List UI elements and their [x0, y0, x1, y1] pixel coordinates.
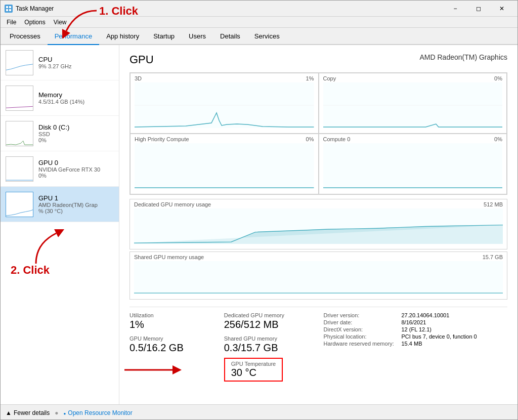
svg-rect-8: [135, 143, 314, 189]
chart-shared-max: 15.7 GB: [483, 254, 503, 260]
main-layout: CPU 9% 3.27 GHz Memory 4.5/31.4 GB (14%): [1, 45, 517, 404]
sidebar-item-gpu0[interactable]: GPU 0 NVIDIA GeForce RTX 30 0%: [1, 151, 119, 187]
tab-users[interactable]: Users: [182, 28, 213, 45]
cpu-sub: 9% 3.27 GHz: [38, 63, 114, 69]
disk-pct: 0%: [38, 137, 114, 143]
tab-app-history[interactable]: App history: [99, 28, 146, 45]
driver-date-key: Driver date:: [324, 319, 400, 325]
temp-label: GPU Temperature: [231, 361, 276, 367]
gpu-header: GPU AMD Radeon(TM) Graphics: [130, 53, 507, 66]
chart-3d-header: 3D 1%: [135, 75, 314, 81]
bottom-bar: ▲ Fewer details ● Open Resource Monitor: [1, 404, 517, 420]
hw-reserved-val: 15.4 MB: [402, 341, 422, 347]
location-key: Physical location:: [324, 333, 400, 340]
disk-sub: SSD: [38, 131, 114, 137]
gpu-mem-value: 0.5/16.2 GB: [130, 342, 220, 354]
stats-area: Utilization 1% GPU Memory 0.5/16.2 GB De…: [130, 307, 507, 382]
sidebar-item-cpu[interactable]: CPU 9% 3.27 GHz: [1, 45, 119, 80]
chart-high-priority-pct: 0%: [306, 136, 314, 142]
menu-view[interactable]: View: [50, 17, 71, 27]
fewer-details-label: Fewer details: [14, 409, 50, 416]
tab-bar: Processes Performance App history Startu…: [1, 28, 517, 45]
dedicated-mem-value: 256/512 MB: [224, 318, 315, 330]
gpu0-title: GPU 0: [38, 159, 114, 166]
gpu0-graph: [6, 156, 33, 182]
sidebar-item-gpu1[interactable]: GPU 1 AMD Radeon(TM) Grap % (30 °C): [1, 187, 119, 222]
stat-utilization-group: Utilization 1% GPU Memory 0.5/16.2 GB: [130, 312, 224, 382]
location-val: PCI bus 7, device 0, function 0: [402, 333, 477, 340]
chart-3d: 3D 1%: [130, 73, 319, 134]
menu-file[interactable]: File: [3, 17, 20, 27]
maximize-button[interactable]: ◻: [467, 1, 490, 17]
sidebar: CPU 9% 3.27 GHz Memory 4.5/31.4 GB (14%): [1, 45, 119, 404]
chart-compute0: Compute 0 0%: [319, 134, 507, 194]
svg-rect-11: [134, 261, 503, 294]
minimize-button[interactable]: −: [444, 1, 467, 17]
gpu-model: AMD Radeon(TM) Graphics: [420, 53, 508, 61]
window-controls: − ◻ ✕: [444, 1, 513, 17]
chart-high-priority: High Priority Compute 0%: [130, 134, 319, 194]
sidebar-item-memory[interactable]: Memory 4.5/31.4 GB (14%): [1, 80, 119, 116]
memory-graph: [6, 86, 33, 111]
dedicated-mem-label: Dedicated GPU memory: [224, 312, 315, 318]
stat-memory-group: Dedicated GPU memory 256/512 MB Shared G…: [224, 312, 319, 382]
menu-bar: File Options View: [1, 17, 517, 28]
directx-key: DirectX version:: [324, 326, 400, 332]
gpu1-pct: % (30 °C): [38, 208, 114, 214]
shared-mem-value: 0.3/15.7 GB: [224, 342, 315, 354]
fewer-details-button[interactable]: ▲ Fewer details: [6, 409, 50, 416]
menu-options[interactable]: Options: [20, 17, 49, 27]
chart-copy-canvas: [323, 82, 503, 128]
gpu0-pct: 0%: [38, 173, 114, 179]
sidebar-item-disk[interactable]: Disk 0 (C:) SSD 0%: [1, 116, 119, 151]
directx-val: 12 (FL 12.1): [402, 326, 432, 332]
chart-high-priority-canvas: [135, 143, 314, 189]
chart-dedicated-label: Dedicated GPU memory usage: [134, 201, 211, 207]
tab-details[interactable]: Details: [213, 28, 247, 45]
memory-info: Memory 4.5/31.4 GB (14%): [38, 91, 114, 105]
chart-compute0-label: Compute 0: [323, 136, 351, 142]
separator: ●: [55, 409, 58, 416]
utilization-value: 1%: [130, 318, 220, 330]
gpu1-sub: AMD Radeon(TM) Grap: [38, 202, 114, 208]
tab-startup[interactable]: Startup: [146, 28, 182, 45]
gpu0-info: GPU 0 NVIDIA GeForce RTX 30 0%: [38, 159, 114, 179]
chevron-up-icon: ▲: [6, 409, 12, 416]
memory-sub: 4.5/31.4 GB (14%): [38, 99, 114, 105]
chart-compute0-canvas: [323, 143, 503, 189]
memory-title: Memory: [38, 91, 114, 99]
content-area: GPU AMD Radeon(TM) Graphics 3D 1%: [119, 45, 517, 404]
driver-date-row: Driver date: 8/16/2021: [324, 319, 508, 325]
chart-3d-pct: 1%: [306, 75, 314, 81]
svg-rect-9: [323, 143, 503, 189]
chart-high-priority-header: High Priority Compute 0%: [135, 136, 314, 142]
chart-copy-header: Copy 0%: [323, 75, 503, 81]
chart-3d-label: 3D: [135, 75, 142, 81]
app-icon: [5, 5, 13, 13]
open-resource-monitor-link[interactable]: Open Resource Monitor: [64, 409, 133, 416]
gpu-temperature-box: GPU Temperature 30 °C: [224, 358, 283, 382]
chart-shared-header: Shared GPU memory usage 15.7 GB: [134, 254, 503, 260]
close-button[interactable]: ✕: [490, 1, 513, 17]
cpu-graph: [6, 50, 33, 75]
shared-mem-label: Shared GPU memory: [224, 335, 315, 342]
driver-date-val: 8/16/2021: [402, 319, 426, 325]
gpu-mem-label: GPU Memory: [130, 335, 220, 342]
tab-processes[interactable]: Processes: [3, 28, 48, 45]
chart-dedicated-header: Dedicated GPU memory usage 512 MB: [134, 201, 503, 207]
chart-compute0-header: Compute 0 0%: [323, 136, 503, 142]
driver-version-row: Driver version: 27.20.14064.10001: [324, 312, 508, 318]
chart-shared-mem: Shared GPU memory usage 15.7 GB: [130, 251, 507, 300]
directx-row: DirectX version: 12 (FL 12.1): [324, 326, 508, 332]
chart-dedicated-mem: Dedicated GPU memory usage 512 MB: [130, 199, 507, 249]
chart-copy: Copy 0%: [319, 73, 507, 134]
gpu1-info: GPU 1 AMD Radeon(TM) Grap % (30 °C): [38, 194, 114, 214]
hw-reserved-row: Hardware reserved memory: 15.4 MB: [324, 341, 508, 347]
chart-shared-label: Shared GPU memory usage: [134, 254, 204, 260]
tab-services[interactable]: Services: [247, 28, 287, 45]
cpu-title: CPU: [38, 56, 114, 63]
utilization-label: Utilization: [130, 312, 220, 318]
tab-performance[interactable]: Performance: [48, 28, 99, 45]
disk-info: Disk 0 (C:) SSD 0%: [38, 123, 114, 143]
chart-dedicated-canvas: [134, 208, 503, 244]
